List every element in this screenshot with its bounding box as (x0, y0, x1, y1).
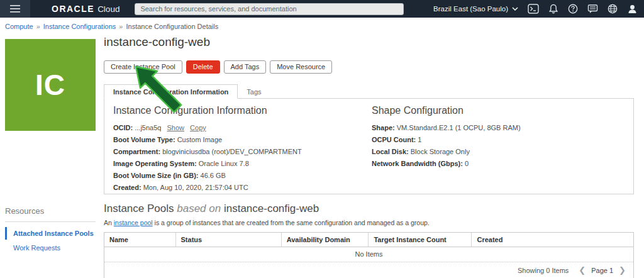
region-label: Brazil East (Sao Paulo) (433, 5, 508, 13)
user-menu-button[interactable] (627, 4, 638, 14)
cloud-shell-icon (528, 4, 539, 14)
breadcrumb-current: Instance Configuration Details (126, 23, 218, 30)
pools-title-main: Instance Pools (104, 203, 177, 214)
showing-items-label: Showing 0 Items (518, 267, 569, 274)
notifications-button[interactable] (548, 4, 558, 14)
ocid-field: OCID: ...j5na5q Show Copy (113, 124, 372, 131)
field-value: 1 (418, 136, 421, 143)
column-header-target-instance-count: Target Instance Count (369, 233, 472, 247)
details-card: Instance Configuration Information OCID:… (104, 98, 634, 194)
add-tags-button[interactable]: Add Tags (224, 60, 267, 74)
detail-tabs: Instance Configuration Information Tags (104, 84, 634, 98)
field-value: 46.6 GB (201, 172, 226, 179)
field-value: Mon, Aug 10, 2020, 21:57:04 UTC (143, 184, 248, 191)
created-field: Created: Mon, Aug 10, 2020, 21:57:04 UTC (113, 184, 372, 191)
column-header-status: Status (176, 233, 282, 247)
compartment-field: Compartment: blogviniciusdba (root)/DEV_… (113, 148, 372, 155)
column-header-availability-domain: Availability Domain (282, 233, 369, 247)
sidebar-item-attached-instance-pools[interactable]: Attached Instance Pools (5, 227, 96, 240)
boot-volume-type-field: Boot Volume Type: Custom Image (113, 136, 372, 143)
shape-field: Shape: VM.Standard.E2.1 (1 OCPU, 8GB RAM… (372, 124, 625, 131)
hamburger-menu-button[interactable] (0, 0, 30, 18)
desc-suffix: is a group of instances that are created… (153, 219, 430, 226)
page-indicator: Page 1 (591, 267, 613, 274)
delete-button[interactable]: Delete (186, 60, 220, 74)
field-label: Network Bandwidth (Gbps): (372, 160, 463, 167)
hamburger-icon (10, 5, 20, 13)
ocpu-count-field: OCPU Count: 1 (372, 136, 625, 143)
ocid-label: OCID: (113, 124, 133, 131)
field-value: Custom Image (177, 136, 223, 143)
field-label: Compartment: (113, 148, 160, 155)
ocid-show-link[interactable]: Show (167, 124, 185, 131)
field-label: Shape: (372, 124, 395, 131)
region-selector[interactable]: Brazil East (Sao Paulo) (433, 5, 518, 13)
cloud-shell-button[interactable] (528, 4, 539, 14)
pools-title-based-on: based on (177, 203, 224, 214)
move-resource-button[interactable]: Move Resource (270, 60, 332, 74)
table-header-row: Name Status Availability Domain Target I… (104, 233, 633, 247)
sidebar-item-work-requests[interactable]: Work Requests (5, 242, 96, 254)
table-empty-state: No Items (104, 247, 633, 262)
avatar-initials: IC (35, 68, 65, 102)
next-page-icon[interactable]: ❯ (619, 266, 626, 274)
help-button[interactable] (568, 4, 578, 14)
search-input[interactable] (135, 3, 404, 15)
info-section-heading: Instance Configuration Information (113, 105, 372, 116)
main-content: instance-config-web Create Instance Pool… (104, 35, 634, 194)
column-header-created: Created (472, 233, 633, 247)
ocid-value: ...j5na5q (135, 124, 161, 131)
breadcrumb-separator: » (119, 23, 123, 30)
breadcrumb-instance-configurations[interactable]: Instance Configurations (43, 23, 116, 30)
field-value: Block Storage Only (411, 148, 470, 155)
instance-config-avatar: IC (5, 39, 96, 131)
instance-pool-link[interactable]: instance pool (114, 219, 153, 226)
shape-section-heading: Shape Configuration (372, 105, 625, 116)
create-instance-pool-button[interactable]: Create Instance Pool (104, 60, 182, 74)
ocid-copy-link[interactable]: Copy (190, 124, 206, 131)
feedback-icon (587, 4, 598, 14)
breadcrumb-separator: » (36, 23, 40, 30)
desc-prefix: An (104, 219, 114, 226)
previous-page-icon[interactable]: ❮ (579, 266, 586, 274)
feedback-button[interactable] (587, 4, 598, 14)
brand-cloud: Cloud (97, 4, 119, 14)
instance-pools-table: Name Status Availability Domain Target I… (104, 232, 634, 278)
image-os-field: Image Operating System: Oracle Linux 7.8 (113, 160, 372, 167)
instance-pools-description: An instance pool is a group of instances… (104, 219, 634, 226)
globe-icon (608, 4, 618, 14)
field-label: Created: (113, 184, 142, 191)
topbar: ORACLE Cloud Brazil East (Sao Paulo) (0, 0, 644, 18)
column-header-name: Name (104, 233, 176, 247)
resources-divider (5, 221, 96, 222)
boot-volume-size-field: Boot Volume Size (in GB): 46.6 GB (113, 172, 372, 179)
breadcrumb-compute[interactable]: Compute (5, 23, 33, 30)
brand-oracle: ORACLE (52, 4, 94, 14)
field-label: Boot Volume Type: (113, 136, 175, 143)
language-button[interactable] (608, 4, 618, 14)
tab-tags[interactable]: Tags (238, 85, 270, 98)
action-buttons: Create Instance Pool Delete Add Tags Mov… (104, 60, 634, 74)
help-icon (568, 4, 578, 14)
resources-sidebar: Resources Attached Instance Pools Work R… (5, 206, 96, 256)
user-avatar-icon (627, 4, 638, 14)
bell-icon (548, 4, 558, 14)
resources-heading: Resources (5, 206, 96, 221)
field-label: Image Operating System: (113, 160, 197, 167)
instance-pools-title: Instance Pools based on instance-config-… (104, 203, 634, 215)
page-title: instance-config-web (104, 35, 634, 49)
field-label: Local Disk: (372, 148, 409, 155)
local-disk-field: Local Disk: Block Storage Only (372, 148, 625, 155)
table-footer: Showing 0 Items ❮ Page 1 ❯ (104, 262, 633, 278)
tab-instance-configuration-information[interactable]: Instance Configuration Information (104, 84, 238, 99)
breadcrumb: Compute » Instance Configurations » Inst… (5, 23, 218, 30)
field-label: OCPU Count: (372, 136, 416, 143)
pagination: ❮ Page 1 ❯ (579, 266, 626, 274)
chevron-down-icon (512, 7, 518, 11)
oracle-cloud-logo[interactable]: ORACLE Cloud (52, 4, 119, 14)
field-value: VM.Standard.E2.1 (1 OCPU, 8GB RAM) (397, 124, 521, 131)
pools-title-config-name: instance-config-web (224, 203, 319, 214)
field-value: blogviniciusdba (root)/DEV_COMPARTMENT (162, 148, 302, 155)
network-bandwidth-field: Network Bandwidth (Gbps): 0 (372, 160, 625, 167)
field-label: Boot Volume Size (in GB): (113, 172, 198, 179)
